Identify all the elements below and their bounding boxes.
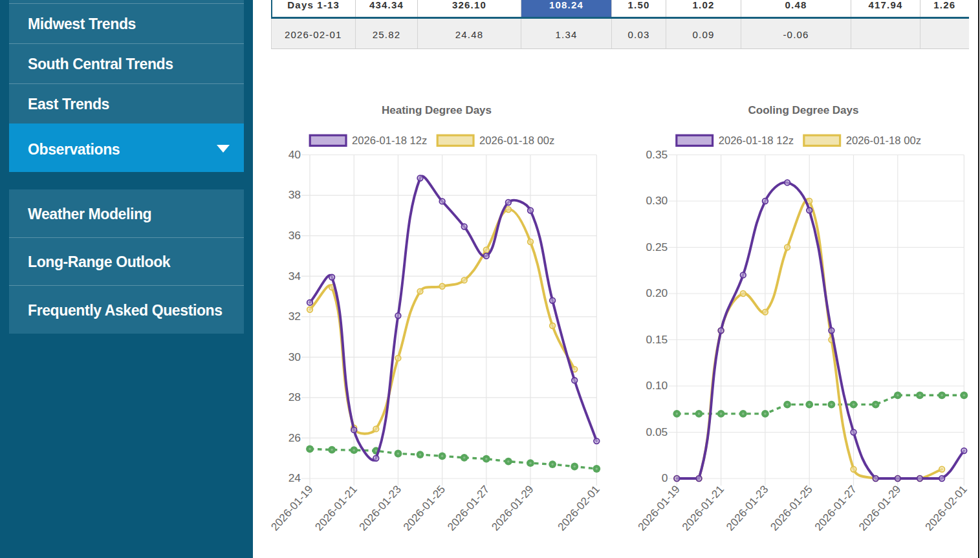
svg-text:2026-01-27: 2026-01-27 <box>812 483 859 533</box>
svg-text:2026-01-23: 2026-01-23 <box>724 483 770 533</box>
svg-text:0.35: 0.35 <box>646 148 668 161</box>
svg-text:0.20: 0.20 <box>646 286 668 299</box>
svg-text:40: 40 <box>289 148 301 161</box>
svg-text:32: 32 <box>289 310 301 323</box>
svg-text:2026-01-25: 2026-01-25 <box>768 483 814 533</box>
svg-text:2026-01-27: 2026-01-27 <box>445 483 492 533</box>
svg-text:2026-01-21: 2026-01-21 <box>680 483 726 533</box>
svg-text:2026-01-25: 2026-01-25 <box>401 483 448 533</box>
svg-text:2026-01-29: 2026-01-29 <box>489 483 536 533</box>
svg-text:2026-01-21: 2026-01-21 <box>312 483 359 533</box>
svg-text:0: 0 <box>662 471 668 484</box>
svg-text:0.30: 0.30 <box>646 194 668 207</box>
svg-text:2026-01-19: 2026-01-19 <box>636 483 682 533</box>
svg-text:2026-01-18 12z: 2026-01-18 12z <box>352 134 427 147</box>
svg-text:2026-02-01: 2026-02-01 <box>923 483 970 533</box>
svg-text:2026-02-01: 2026-02-01 <box>556 483 602 533</box>
svg-text:2026-01-18 00z: 2026-01-18 00z <box>479 134 554 147</box>
svg-text:0.15: 0.15 <box>646 333 668 346</box>
svg-text:0.25: 0.25 <box>646 241 668 253</box>
svg-text:Cooling Degree Days: Cooling Degree Days <box>748 104 859 116</box>
svg-text:Heating Degree Days: Heating Degree Days <box>382 104 492 116</box>
svg-text:2026-01-29: 2026-01-29 <box>856 483 903 533</box>
svg-text:38: 38 <box>289 188 301 201</box>
svg-text:26: 26 <box>289 431 301 444</box>
svg-text:30: 30 <box>289 350 301 363</box>
svg-text:0.10: 0.10 <box>646 379 668 392</box>
svg-text:36: 36 <box>289 229 301 242</box>
svg-text:28: 28 <box>289 391 301 403</box>
svg-text:34: 34 <box>289 270 301 283</box>
svg-text:24: 24 <box>289 471 301 484</box>
svg-text:2026-01-19: 2026-01-19 <box>268 483 315 533</box>
svg-text:2026-01-23: 2026-01-23 <box>357 483 404 533</box>
svg-text:2026-01-18 00z: 2026-01-18 00z <box>846 134 921 147</box>
svg-text:0.05: 0.05 <box>646 425 668 438</box>
svg-text:2026-01-18 12z: 2026-01-18 12z <box>719 134 794 147</box>
